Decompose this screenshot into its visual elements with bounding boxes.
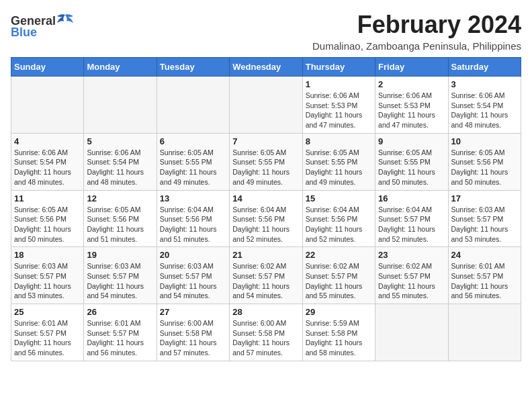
day-number: 28	[232, 307, 299, 317]
day-detail: Sunrise: 6:01 AM Sunset: 5:57 PM Dayligh…	[451, 261, 518, 301]
calendar-cell	[157, 77, 229, 134]
day-number: 23	[378, 250, 445, 260]
page-title: February 2024	[312, 11, 521, 39]
page-subtitle: Dumalinao, Zamboanga Peninsula, Philippi…	[312, 40, 521, 52]
calendar-cell	[375, 304, 448, 361]
day-detail: Sunrise: 6:05 AM Sunset: 5:55 PM Dayligh…	[306, 148, 372, 187]
column-header-wednesday: Wednesday	[230, 58, 302, 77]
logo-blue-text: Blue	[11, 26, 37, 40]
day-detail: Sunrise: 6:01 AM Sunset: 5:57 PM Dayligh…	[14, 318, 81, 358]
day-detail: Sunrise: 6:06 AM Sunset: 5:54 PM Dayligh…	[14, 148, 81, 187]
day-detail: Sunrise: 6:06 AM Sunset: 5:53 PM Dayligh…	[378, 91, 445, 130]
column-header-monday: Monday	[84, 58, 157, 77]
day-detail: Sunrise: 6:02 AM Sunset: 5:57 PM Dayligh…	[306, 261, 372, 301]
calendar-cell: 16Sunrise: 6:04 AM Sunset: 5:57 PM Dayli…	[375, 190, 448, 247]
day-detail: Sunrise: 6:05 AM Sunset: 5:56 PM Dayligh…	[451, 148, 518, 187]
calendar-cell: 28Sunrise: 6:00 AM Sunset: 5:58 PM Dayli…	[230, 304, 302, 361]
calendar-week-row: 4Sunrise: 6:06 AM Sunset: 5:54 PM Daylig…	[11, 133, 521, 190]
calendar-cell: 29Sunrise: 5:59 AM Sunset: 5:58 PM Dayli…	[302, 304, 375, 361]
calendar-cell: 5Sunrise: 6:06 AM Sunset: 5:54 PM Daylig…	[84, 133, 157, 190]
calendar-cell	[448, 304, 521, 361]
day-detail: Sunrise: 6:05 AM Sunset: 5:56 PM Dayligh…	[14, 205, 81, 244]
day-number: 9	[378, 136, 445, 146]
calendar-cell	[230, 77, 302, 134]
day-number: 6	[160, 136, 226, 146]
column-header-friday: Friday	[375, 58, 448, 77]
calendar-cell: 24Sunrise: 6:01 AM Sunset: 5:57 PM Dayli…	[448, 247, 521, 304]
day-number: 18	[14, 250, 81, 260]
day-number: 29	[306, 307, 372, 317]
calendar-cell: 18Sunrise: 6:03 AM Sunset: 5:57 PM Dayli…	[11, 247, 84, 304]
page-header: General Blue February 2024 Dumalinao, Za…	[11, 11, 521, 52]
day-number: 16	[378, 193, 445, 203]
day-detail: Sunrise: 6:05 AM Sunset: 5:55 PM Dayligh…	[232, 148, 299, 187]
day-detail: Sunrise: 6:04 AM Sunset: 5:56 PM Dayligh…	[232, 205, 299, 244]
calendar-cell: 15Sunrise: 6:04 AM Sunset: 5:56 PM Dayli…	[302, 190, 375, 247]
day-number: 10	[451, 136, 518, 146]
day-number: 5	[87, 136, 153, 146]
day-number: 8	[306, 136, 372, 146]
calendar-cell: 20Sunrise: 6:03 AM Sunset: 5:57 PM Dayli…	[157, 247, 229, 304]
calendar-cell: 23Sunrise: 6:02 AM Sunset: 5:57 PM Dayli…	[375, 247, 448, 304]
calendar-cell: 17Sunrise: 6:03 AM Sunset: 5:57 PM Dayli…	[448, 190, 521, 247]
day-detail: Sunrise: 6:04 AM Sunset: 5:57 PM Dayligh…	[378, 205, 445, 244]
day-detail: Sunrise: 6:02 AM Sunset: 5:57 PM Dayligh…	[232, 261, 299, 301]
day-detail: Sunrise: 6:00 AM Sunset: 5:58 PM Dayligh…	[160, 318, 226, 358]
calendar-cell: 4Sunrise: 6:06 AM Sunset: 5:54 PM Daylig…	[11, 133, 84, 190]
calendar-cell: 22Sunrise: 6:02 AM Sunset: 5:57 PM Dayli…	[302, 247, 375, 304]
column-header-saturday: Saturday	[448, 58, 521, 77]
day-detail: Sunrise: 6:04 AM Sunset: 5:56 PM Dayligh…	[160, 205, 226, 244]
day-number: 11	[14, 193, 81, 203]
day-number: 19	[87, 250, 153, 260]
title-section: February 2024 Dumalinao, Zamboanga Penin…	[312, 11, 521, 52]
calendar-cell: 21Sunrise: 6:02 AM Sunset: 5:57 PM Dayli…	[230, 247, 302, 304]
day-detail: Sunrise: 6:04 AM Sunset: 5:56 PM Dayligh…	[306, 205, 372, 244]
day-number: 14	[232, 193, 299, 203]
day-number: 12	[87, 193, 153, 203]
calendar-cell: 7Sunrise: 6:05 AM Sunset: 5:55 PM Daylig…	[230, 133, 302, 190]
calendar-cell: 12Sunrise: 6:05 AM Sunset: 5:56 PM Dayli…	[84, 190, 157, 247]
column-header-thursday: Thursday	[302, 58, 375, 77]
calendar-week-row: 18Sunrise: 6:03 AM Sunset: 5:57 PM Dayli…	[11, 247, 521, 304]
day-detail: Sunrise: 6:03 AM Sunset: 5:57 PM Dayligh…	[87, 261, 153, 301]
day-detail: Sunrise: 6:03 AM Sunset: 5:57 PM Dayligh…	[14, 261, 81, 301]
calendar-cell: 26Sunrise: 6:01 AM Sunset: 5:57 PM Dayli…	[84, 304, 157, 361]
day-number: 2	[378, 79, 445, 89]
calendar-cell: 8Sunrise: 6:05 AM Sunset: 5:55 PM Daylig…	[302, 133, 375, 190]
calendar-cell: 10Sunrise: 6:05 AM Sunset: 5:56 PM Dayli…	[448, 133, 521, 190]
day-detail: Sunrise: 6:01 AM Sunset: 5:57 PM Dayligh…	[87, 318, 153, 358]
day-number: 22	[306, 250, 372, 260]
calendar-cell: 2Sunrise: 6:06 AM Sunset: 5:53 PM Daylig…	[375, 77, 448, 134]
calendar-week-row: 25Sunrise: 6:01 AM Sunset: 5:57 PM Dayli…	[11, 304, 521, 361]
day-number: 1	[306, 79, 372, 89]
calendar-cell: 25Sunrise: 6:01 AM Sunset: 5:57 PM Dayli…	[11, 304, 84, 361]
day-number: 27	[160, 307, 226, 317]
day-detail: Sunrise: 6:06 AM Sunset: 5:54 PM Dayligh…	[87, 148, 153, 187]
day-number: 25	[14, 307, 81, 317]
calendar-week-row: 1Sunrise: 6:06 AM Sunset: 5:53 PM Daylig…	[11, 77, 521, 134]
day-detail: Sunrise: 6:05 AM Sunset: 5:55 PM Dayligh…	[378, 148, 445, 187]
day-number: 13	[160, 193, 226, 203]
day-number: 4	[14, 136, 81, 146]
day-number: 17	[451, 193, 518, 203]
calendar-cell: 13Sunrise: 6:04 AM Sunset: 5:56 PM Dayli…	[157, 190, 229, 247]
calendar-cell: 1Sunrise: 6:06 AM Sunset: 5:53 PM Daylig…	[302, 77, 375, 134]
calendar-header-row: SundayMondayTuesdayWednesdayThursdayFrid…	[11, 58, 521, 77]
day-number: 15	[306, 193, 372, 203]
day-detail: Sunrise: 6:05 AM Sunset: 5:55 PM Dayligh…	[160, 148, 226, 187]
day-detail: Sunrise: 6:06 AM Sunset: 5:54 PM Dayligh…	[451, 91, 518, 130]
day-detail: Sunrise: 6:05 AM Sunset: 5:56 PM Dayligh…	[87, 205, 153, 244]
column-header-tuesday: Tuesday	[157, 58, 229, 77]
day-number: 26	[87, 307, 153, 317]
calendar-cell: 14Sunrise: 6:04 AM Sunset: 5:56 PM Dayli…	[230, 190, 302, 247]
day-detail: Sunrise: 6:00 AM Sunset: 5:58 PM Dayligh…	[232, 318, 299, 358]
day-detail: Sunrise: 6:03 AM Sunset: 5:57 PM Dayligh…	[160, 261, 226, 301]
calendar-cell: 19Sunrise: 6:03 AM Sunset: 5:57 PM Dayli…	[84, 247, 157, 304]
calendar-cell: 9Sunrise: 6:05 AM Sunset: 5:55 PM Daylig…	[375, 133, 448, 190]
day-detail: Sunrise: 6:03 AM Sunset: 5:57 PM Dayligh…	[451, 205, 518, 244]
calendar-cell	[11, 77, 84, 134]
day-number: 3	[451, 79, 518, 89]
calendar-cell: 3Sunrise: 6:06 AM Sunset: 5:54 PM Daylig…	[448, 77, 521, 134]
day-number: 20	[160, 250, 226, 260]
calendar-cell: 11Sunrise: 6:05 AM Sunset: 5:56 PM Dayli…	[11, 190, 84, 247]
